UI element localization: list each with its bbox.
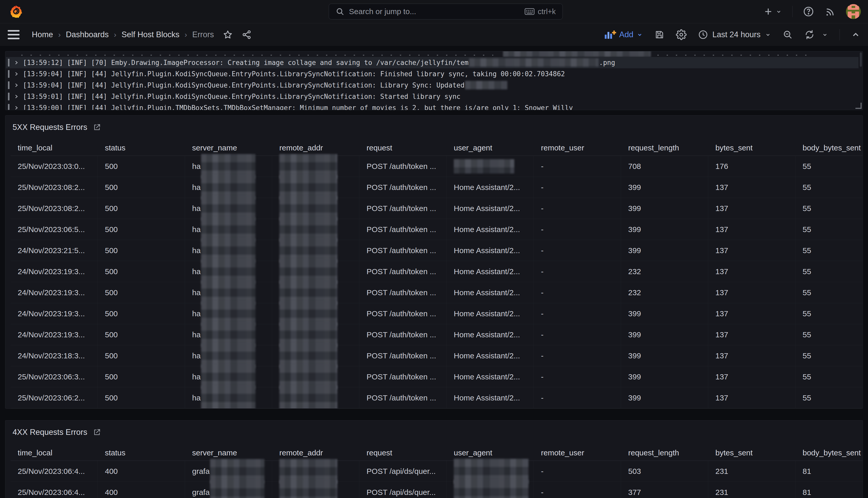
cell-server_name: ha [185,345,272,366]
column-header-status[interactable]: status [98,448,185,457]
errors-table: time_localstatusserver_nameremote_addrre… [5,140,863,408]
cell-status: 500 [98,156,185,176]
column-header-server_name[interactable]: server_name [185,144,272,152]
column-header-request[interactable]: request [360,144,447,152]
log-row[interactable]: [13:59:00] [INF] [44] Jellyfin.Plugin.TM… [6,102,858,110]
table-row: 25/Nov/2023:03:0...500haPOST /auth/token… [11,156,863,177]
column-header-server_name[interactable]: server_name [185,448,272,457]
breadcrumb-home[interactable]: Home [32,30,53,39]
save-dashboard-button[interactable] [654,29,665,40]
menu-icon[interactable] [8,30,19,39]
column-header-body_bytes_sent[interactable]: body_bytes_sent [796,448,863,457]
angle-right-icon[interactable] [14,71,19,77]
add-new-button[interactable] [763,6,782,17]
column-header-body_bytes_sent[interactable]: body_bytes_sent [796,144,863,152]
panel-resize-handle[interactable] [855,103,862,109]
cell-text: ha [192,267,201,276]
chevron-down-icon [636,31,643,38]
add-panel-button[interactable]: Add [604,29,643,40]
cell-request_length: 708 [621,156,708,176]
cell-bytes_sent: 137 [708,282,796,303]
cell-remote_addr [272,282,360,303]
column-header-request[interactable]: request [360,448,447,457]
breadcrumb-separator: › [185,30,187,39]
column-header-bytes_sent[interactable]: bytes_sent [708,144,796,152]
collapse-controls-icon[interactable] [851,30,860,39]
breadcrumb-dashboards[interactable]: Dashboards [66,30,109,39]
column-header-user_agent[interactable]: user_agent [447,144,534,152]
angle-right-icon[interactable] [14,83,19,88]
log-scrollbar[interactable] [860,52,862,67]
cell-status: 500 [98,345,185,366]
panel-4xx-requests-errors: 4XX Requests Errors time_localstatusserv… [5,420,863,498]
angle-right-icon[interactable] [14,60,19,65]
grafana-logo-icon[interactable] [9,4,23,19]
column-header-bytes_sent[interactable]: bytes_sent [708,448,796,457]
save-icon [654,29,665,40]
search-input[interactable]: Search or jump to... ctrl+k [329,4,563,19]
column-header-remote_addr[interactable]: remote_addr [272,448,360,457]
log-row[interactable]: [13:59:01] [INF] [44] Jellyfin.Plugin.Ko… [6,91,858,102]
dashboard-settings-button[interactable] [676,29,687,40]
column-header-remote_user[interactable]: remote_user [534,448,621,457]
angle-right-icon[interactable] [14,105,19,110]
cell-user_agent: Home Assistant/2... [447,219,534,240]
cell-server_name: ha [185,261,272,282]
cell-time_local: 25/Nov/2023:03:0... [11,156,98,176]
refresh-button[interactable] [804,29,815,40]
cell-request_length: 399 [621,303,708,324]
external-link-icon[interactable] [93,123,101,131]
column-header-status[interactable]: status [98,144,185,152]
cell-status: 500 [98,198,185,219]
log-row[interactable] [6,51,858,57]
column-header-time_local[interactable]: time_local [11,448,98,457]
chevron-down-icon [765,31,771,38]
zoom-out-button[interactable] [783,29,793,40]
cell-user_agent: Home Assistant/2... [447,366,534,387]
cell-user_agent [447,482,534,498]
cell-bytes_sent: 137 [708,366,796,387]
favorite-star-icon[interactable] [223,29,233,40]
help-icon[interactable] [803,6,814,17]
column-header-time_local[interactable]: time_local [11,144,98,152]
cell-body_bytes_sent: 55 [796,303,863,324]
cell-request_length: 503 [621,461,708,482]
external-link-icon[interactable] [93,428,101,436]
time-range-picker[interactable]: Last 24 hours [698,29,771,40]
cell-server_name: ha [185,177,272,198]
cell-remote_user: - [534,198,621,219]
cell-remote_user: - [534,177,621,198]
refresh-interval-chevron-icon[interactable] [822,31,828,38]
column-header-remote_user[interactable]: remote_user [534,144,621,152]
cell-request: POST /auth/token ... [360,388,447,408]
cell-text: ha [192,204,201,213]
column-header-remote_addr[interactable]: remote_addr [272,144,360,152]
share-icon[interactable] [242,29,252,40]
news-rss-icon[interactable] [824,6,836,17]
cell-remote_user: - [534,219,621,240]
cell-text: ha [192,372,201,381]
cell-server_name: ha [185,219,272,240]
plus-icon [763,6,773,17]
cell-server_name: ha [185,303,272,324]
log-row[interactable]: [13:59:04] [INF] [44] Jellyfin.Plugin.Ko… [6,80,858,91]
log-row[interactable]: [13:59:12] [INF] [70] Emby.Drawing.Image… [6,57,858,68]
column-header-user_agent[interactable]: user_agent [447,448,534,457]
column-header-request_length[interactable]: request_length [621,448,708,457]
cell-bytes_sent: 137 [708,198,796,219]
cell-server_name: ha [185,324,272,345]
panel-title[interactable]: 5XX Requests Errors [13,122,87,132]
log-message: .png [599,59,615,66]
cell-remote_addr [272,461,360,482]
angle-right-icon[interactable] [14,94,19,99]
table-row: 25/Nov/2023:08:2...500haPOST /auth/token… [11,177,863,198]
panel-title[interactable]: 4XX Requests Errors [13,427,87,437]
cell-remote_addr [272,388,360,408]
cell-user_agent: Home Assistant/2... [447,282,534,303]
breadcrumb-self-host-blocks[interactable]: Self Host Blocks [122,30,179,39]
user-avatar[interactable] [846,4,861,19]
cell-body_bytes_sent: 55 [796,282,863,303]
log-row[interactable]: [13:59:04] [INF] [44] Jellyfin.Plugin.Ko… [6,68,858,80]
cell-bytes_sent: 137 [708,303,796,324]
column-header-request_length[interactable]: request_length [621,144,708,152]
